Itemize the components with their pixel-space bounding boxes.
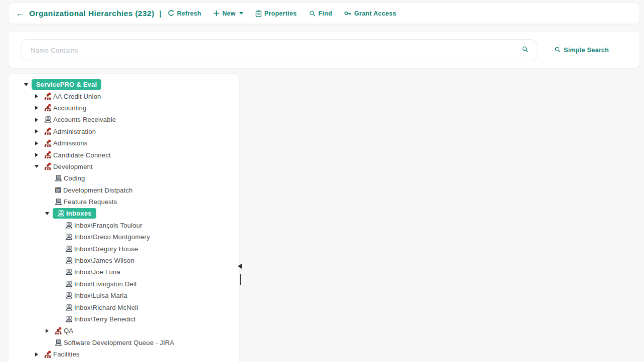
- tree-node-label: Feature Requests: [64, 198, 117, 206]
- tree-row: Accounting: [9, 102, 239, 114]
- tree-node-inbox-fran-ois-toulour[interactable]: Inbox\François Toulour: [63, 221, 144, 230]
- grant-access-button[interactable]: Grant Access: [344, 10, 396, 17]
- tree-node-inbox-gregory-house[interactable]: Inbox\Gregory House: [63, 244, 140, 254]
- plus-icon: [213, 10, 220, 17]
- tree-node-coding[interactable]: Coding: [53, 173, 87, 183]
- simple-search-link[interactable]: Simple Search: [554, 32, 609, 69]
- tree-node-label: Inbox\Richard McNeil: [74, 304, 138, 311]
- tree-node-inbox-james-wilson[interactable]: Inbox\James Wilson: [63, 256, 136, 265]
- chevron-right-icon[interactable]: [31, 118, 42, 122]
- tree-node-inbox-richard-mcneil[interactable]: Inbox\Richard McNeil: [63, 303, 140, 312]
- chevron-down-icon[interactable]: [21, 83, 32, 86]
- tree-node-aa-credit-union[interactable]: AA Credit Union: [42, 91, 103, 101]
- tree-node-inbox-terry-benedict[interactable]: Inbox\Terry Benedict: [63, 314, 138, 324]
- tree-node-label: Facilities: [53, 350, 80, 358]
- chevron-right-icon[interactable]: [42, 329, 53, 333]
- tree-row: Accounts Receivable: [9, 114, 239, 125]
- find-button[interactable]: Find: [309, 10, 333, 17]
- tree-node-label: Inbox\Greco Montgomery: [74, 233, 150, 241]
- chevron-right-icon[interactable]: [31, 352, 42, 356]
- tree-node-label: Inbox\James Wilson: [74, 257, 134, 264]
- tree-node-admissions[interactable]: Admissions: [42, 138, 89, 148]
- chevron-right-icon[interactable]: [31, 94, 42, 98]
- tree-node-label: Accounts Receivable: [53, 116, 116, 123]
- tree-node-label: Administration: [53, 128, 96, 135]
- hierarchy-icon: [44, 139, 52, 147]
- queue-icon: [55, 174, 62, 182]
- panel-collapse-icon[interactable]: [238, 264, 242, 269]
- action-label: Find: [318, 10, 333, 17]
- simple-search-label: Simple Search: [564, 47, 609, 54]
- back-arrow-icon[interactable]: ←: [16, 9, 25, 18]
- queue-icon: [65, 304, 73, 311]
- tree-row: Inbox\Greco Montgomery: [9, 231, 239, 243]
- tree-node-inbox-greco-montgomery[interactable]: Inbox\Greco Montgomery: [63, 232, 152, 242]
- tree-node-accounting[interactable]: Accounting: [42, 103, 88, 113]
- tree-node-inbox-luisa-maria[interactable]: Inbox\Luisa Maria: [63, 291, 129, 300]
- tree-node-label: Software Development Queue - JIRA: [64, 339, 174, 346]
- hierarchy-icon: [44, 127, 52, 135]
- tree-node-label: Inbox\Terry Benedict: [74, 315, 136, 323]
- queue-icon: [65, 222, 73, 229]
- tree-node-inbox-joe-luria[interactable]: Inbox\Joe Luria: [63, 267, 122, 277]
- queue-icon: [65, 292, 73, 299]
- tree-node-label: Inboxes: [66, 210, 92, 217]
- hierarchy-icon: [44, 162, 52, 170]
- hierarchy-icon: [44, 104, 52, 112]
- action-label: Grant Access: [354, 10, 396, 17]
- tree-row: Administration: [9, 126, 239, 137]
- chevron-down-icon[interactable]: [42, 212, 53, 215]
- tree-node-feature-requests[interactable]: Feature Requests: [53, 197, 119, 207]
- tree-row: QA: [9, 325, 239, 336]
- tree-row: Inbox\Luisa Maria: [9, 290, 239, 301]
- tree-node-development-distpatch[interactable]: Development Distpatch: [53, 186, 135, 195]
- properties-button[interactable]: Properties: [255, 10, 297, 17]
- hierarchy-icon: [44, 151, 52, 159]
- tree-node-label: ServicePRO & Eval: [36, 81, 97, 88]
- tree-node-inboxes[interactable]: Inboxes: [53, 208, 96, 219]
- refresh-button[interactable]: Refresh: [168, 10, 202, 17]
- tree-node-label: Inbox\Luisa Maria: [74, 292, 127, 299]
- tree-row: Admissions: [9, 137, 239, 149]
- tree-node-label: QA: [64, 327, 73, 334]
- search-icon[interactable]: [522, 46, 529, 55]
- chevron-right-icon[interactable]: [31, 153, 42, 157]
- search-input[interactable]: [21, 47, 522, 54]
- tree-row: Candidate Connect: [9, 149, 239, 160]
- splitter-handle[interactable]: [240, 274, 241, 285]
- new-button[interactable]: New: [213, 10, 243, 17]
- action-label: New: [222, 10, 236, 17]
- chevron-down-icon[interactable]: [31, 165, 42, 168]
- page-header: ← Organizational Hierarchies (232) | Ref…: [8, 3, 640, 24]
- tree-node-software-development-queue-jira[interactable]: Software Development Queue - JIRA: [53, 338, 176, 347]
- find-icon: [309, 10, 316, 17]
- tree-node-qa[interactable]: QA: [53, 326, 75, 336]
- tree-node-inbox-livingston-dell[interactable]: Inbox\Livingston Dell: [63, 279, 138, 289]
- tree-row: Facilities: [9, 348, 239, 360]
- tree-row: Coding: [9, 172, 239, 184]
- tree-row: ServicePRO & Eval: [9, 79, 239, 90]
- tree-node-administration[interactable]: Administration: [42, 126, 98, 136]
- tree-node-label: Admissions: [53, 139, 87, 147]
- chevron-right-icon[interactable]: [31, 141, 42, 145]
- hierarchy-icon: [44, 350, 52, 358]
- tree-node-servicepro-eval[interactable]: ServicePRO & Eval: [32, 79, 101, 90]
- dispatch-icon: [55, 187, 62, 194]
- queue-icon: [65, 257, 73, 264]
- queue-icon: [44, 116, 52, 123]
- tree-node-label: Candidate Connect: [53, 151, 111, 159]
- chevron-right-icon[interactable]: [31, 129, 42, 133]
- tree-row: Software Development Queue - JIRA: [9, 337, 239, 348]
- search-box: [21, 39, 537, 61]
- queue-icon: [65, 268, 73, 276]
- tree-node-development[interactable]: Development: [42, 161, 95, 171]
- tree-node-label: Development Distpatch: [63, 187, 133, 194]
- page-title: Organizational Hierarchies (232): [29, 9, 154, 18]
- tree-node-accounts-receivable[interactable]: Accounts Receivable: [42, 115, 118, 124]
- chevron-right-icon[interactable]: [31, 106, 42, 110]
- chevron-down-icon: [239, 12, 243, 15]
- tree-node-candidate-connect[interactable]: Candidate Connect: [42, 150, 113, 160]
- tree-node-facilities[interactable]: Facilities: [42, 349, 82, 359]
- header-actions: RefreshNewPropertiesFindGrant Access: [168, 10, 396, 17]
- header-divider: |: [159, 10, 162, 18]
